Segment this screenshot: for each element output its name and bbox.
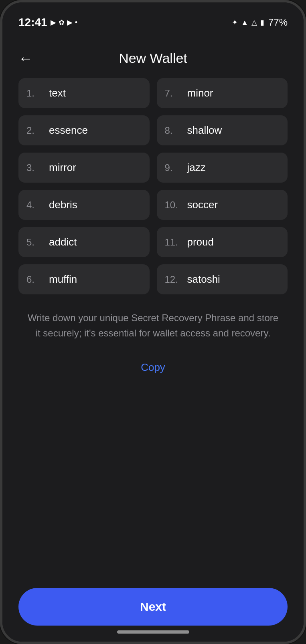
play-icon: ▶ [67,18,73,27]
word-grid: 1.text7.minor2.essence8.shallow3.mirror9… [18,78,288,294]
youtube-icon: ▶ [51,18,56,27]
word-card: 10.soccer [157,190,288,220]
bluetooth-icon: ✦ [232,18,238,27]
word-text: muffin [49,273,77,286]
status-bar: 12:41 ▶ ✿ ▶ • ✦ ▲ △ ▮ 77% [2,2,304,34]
word-card: 3.mirror [18,153,150,183]
word-number: 4. [26,199,43,211]
back-button[interactable]: ← [18,50,33,67]
word-number: 3. [26,162,43,173]
word-card: 4.debris [18,190,150,220]
word-number: 6. [26,274,43,285]
status-bar-right: ✦ ▲ △ ▮ 77% [232,17,288,28]
word-number: 10. [165,199,181,211]
word-text: shallow [187,124,222,137]
word-text: soccer [187,199,218,211]
page-title: New Wallet [119,50,187,66]
word-number: 1. [26,88,43,99]
word-card: 7.minor [157,78,288,108]
dot-icon: • [75,18,77,27]
status-bar-left: 12:41 ▶ ✿ ▶ • [18,16,77,29]
fan-icon: ✿ [59,18,65,27]
home-indicator [117,630,189,634]
word-text: text [49,87,66,99]
header: ← New Wallet [18,42,288,78]
word-number: 8. [165,125,181,136]
word-number: 11. [165,237,181,248]
word-card: 6.muffin [18,264,150,294]
description-text: Write down your unique Secret Recovery P… [18,306,288,345]
word-number: 7. [165,88,181,99]
word-card: 5.addict [18,227,150,257]
word-text: essence [49,124,88,137]
word-text: jazz [187,161,206,174]
word-number: 12. [165,274,181,285]
back-arrow-icon: ← [18,50,33,67]
battery-icon: ▮ [260,18,264,27]
copy-button[interactable]: Copy [18,357,288,378]
word-card: 11.proud [157,227,288,257]
word-text: satoshi [187,273,220,286]
word-text: minor [187,87,213,99]
word-card: 9.jazz [157,153,288,183]
word-number: 2. [26,125,43,136]
word-number: 5. [26,237,43,248]
app-content: ← New Wallet 1.text7.minor2.essence8.sha… [2,34,304,642]
word-card: 1.text [18,78,150,108]
phone-frame: 12:41 ▶ ✿ ▶ • ✦ ▲ △ ▮ 77% ← New Wallet [0,0,306,644]
word-card: 8.shallow [157,115,288,145]
word-number: 9. [165,162,181,173]
word-card: 2.essence [18,115,150,145]
status-time: 12:41 [18,16,47,29]
word-text: debris [49,199,77,211]
word-card: 12.satoshi [157,264,288,294]
word-text: addict [49,236,77,248]
battery-percentage: 77% [268,17,288,28]
status-icons: ▶ ✿ ▶ • [51,18,77,27]
status-right-icons: ✦ ▲ △ ▮ [232,18,264,27]
spacer [18,378,288,580]
next-button[interactable]: Next [18,588,288,626]
wifi-icon: ▲ [241,18,248,27]
word-text: proud [187,236,214,248]
signal-icon: △ [251,18,257,27]
word-text: mirror [49,161,76,174]
